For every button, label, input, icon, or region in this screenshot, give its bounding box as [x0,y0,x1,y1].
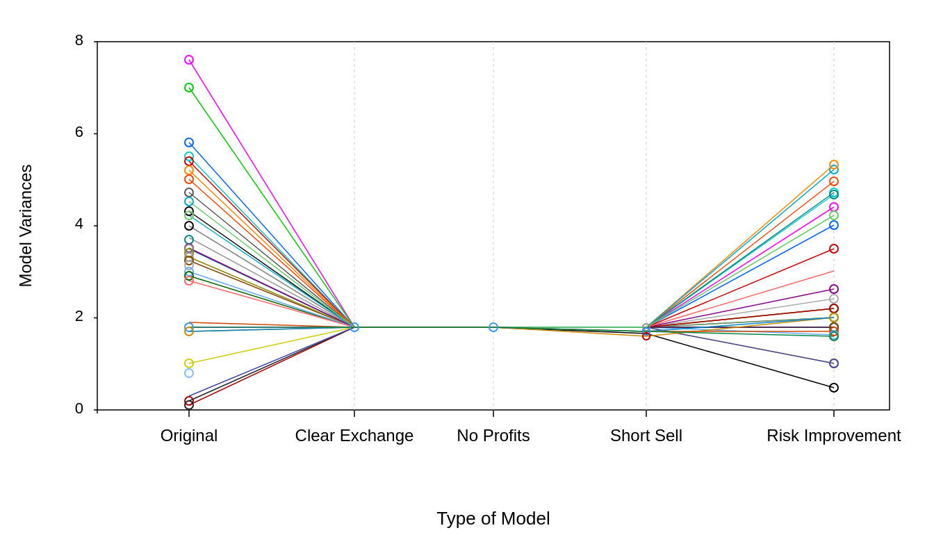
y-label-4: 4 [75,215,83,232]
x-axis-title: Type of Model [436,508,550,529]
x-label-short-sell: Short Sell [610,426,682,445]
x-label-risk-improvement: Risk Improvement [767,426,901,445]
x-label-original: Original [161,426,218,445]
y-label-0: 0 [75,400,83,417]
chart-svg: 0 2 4 6 8 Model Variances Original Clear… [0,0,934,560]
y-axis-title: Model Variances [16,165,35,288]
y-label-8: 8 [75,31,83,49]
y-label-6: 6 [75,123,83,140]
x-label-clear-exchange: Clear Exchange [295,426,414,445]
y-label-2: 2 [75,307,83,324]
chart-container: 0 2 4 6 8 Model Variances Original Clear… [0,0,934,560]
x-label-no-profits: No Profits [457,426,530,445]
